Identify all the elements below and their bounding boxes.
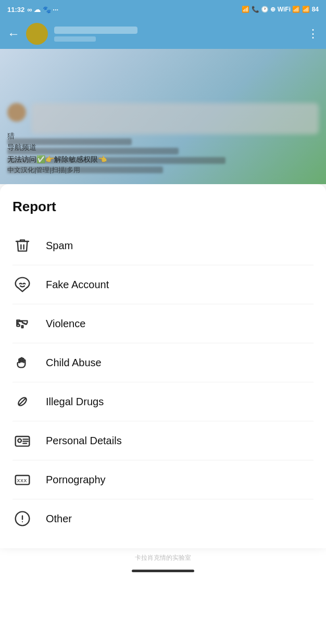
exclamation-icon xyxy=(12,509,32,529)
status-time: 11:32 xyxy=(7,6,24,14)
status-infinity: ∞ ☁ 🐾 ··· xyxy=(27,6,58,14)
report-item-child-abuse[interactable]: Child Abuse xyxy=(12,343,314,382)
gun-icon xyxy=(12,314,32,333)
svg-point-12 xyxy=(22,521,23,522)
report-item-personal-details[interactable]: Personal Details xyxy=(12,421,314,460)
nav-title-blur xyxy=(54,27,137,34)
trash-icon xyxy=(12,236,32,255)
report-item-fake-account[interactable]: Fake Account xyxy=(12,265,314,304)
xxx-icon: xxx xyxy=(12,470,32,490)
pornography-label: Pornography xyxy=(46,474,106,486)
svg-rect-0 xyxy=(17,324,19,326)
back-button[interactable]: ← xyxy=(7,28,20,40)
mask-icon xyxy=(12,275,32,294)
status-left: 11:32 ∞ ☁ 🐾 ··· xyxy=(7,6,58,14)
chat-overlay: 猎 导航频道 无法访问✅👉解除敏感权限👈 中文汉化|管理|扫描|多用 xyxy=(7,130,107,176)
report-item-illegal-drugs[interactable]: Illegal Drugs xyxy=(12,382,314,421)
report-item-other[interactable]: Other xyxy=(12,499,314,538)
violence-label: Violence xyxy=(46,318,85,330)
fake-account-label: Fake Account xyxy=(46,279,109,291)
chat-avatar-blur xyxy=(7,103,26,122)
status-signal: 📶 📞 🕐 ⊕ WiFi 📶 📶 xyxy=(242,6,309,13)
chat-row-1 xyxy=(7,103,319,134)
chat-sub-line: 中文汉化|管理|扫描|多用 xyxy=(7,165,107,176)
hand-icon xyxy=(12,353,32,372)
home-bar xyxy=(132,570,194,572)
status-battery: 84 xyxy=(312,6,319,13)
status-bar: 11:32 ∞ ☁ 🐾 ··· 📶 📞 🕐 ⊕ WiFi 📶 📶 84 xyxy=(0,0,326,19)
personal-details-label: Personal Details xyxy=(46,435,122,447)
nav-title-area xyxy=(54,27,301,42)
spam-label: Spam xyxy=(46,240,73,252)
illegal-drugs-label: Illegal Drugs xyxy=(46,396,104,408)
watermark: 卡拉肖克情的实验室 xyxy=(0,548,326,564)
chat-line-text-1: 猎 xyxy=(7,130,107,141)
nav-subtitle-blur xyxy=(54,36,96,42)
report-item-pornography[interactable]: xxx Pornography xyxy=(12,460,314,499)
other-label: Other xyxy=(46,513,72,525)
status-right: 📶 📞 🕐 ⊕ WiFi 📶 📶 84 xyxy=(242,6,319,13)
nav-avatar xyxy=(26,23,48,45)
svg-point-4 xyxy=(18,439,21,443)
report-item-spam[interactable]: Spam xyxy=(12,226,314,265)
pill-icon xyxy=(12,392,32,411)
chat-emoji-line: 无法访问✅👉解除敏感权限👈 xyxy=(7,153,107,165)
report-title: Report xyxy=(12,199,314,215)
report-item-violence[interactable]: Violence xyxy=(12,304,314,343)
svg-text:xxx: xxx xyxy=(17,477,27,484)
home-indicator xyxy=(0,564,326,575)
chat-line-text-2: 导航频道 xyxy=(7,141,107,153)
chat-bubble-blur xyxy=(31,103,319,134)
chat-preview: 猎 导航频道 无法访问✅👉解除敏感权限👈 中文汉化|管理|扫描|多用 xyxy=(0,49,326,184)
watermark-text: 卡拉肖克情的实验室 xyxy=(135,554,191,561)
more-button[interactable]: ⋮ xyxy=(307,27,319,41)
id-card-icon xyxy=(12,431,32,450)
child-abuse-label: Child Abuse xyxy=(46,357,102,369)
report-sheet: Report Spam Fake Account xyxy=(0,184,326,548)
nav-bar: ← ⋮ xyxy=(0,19,326,49)
